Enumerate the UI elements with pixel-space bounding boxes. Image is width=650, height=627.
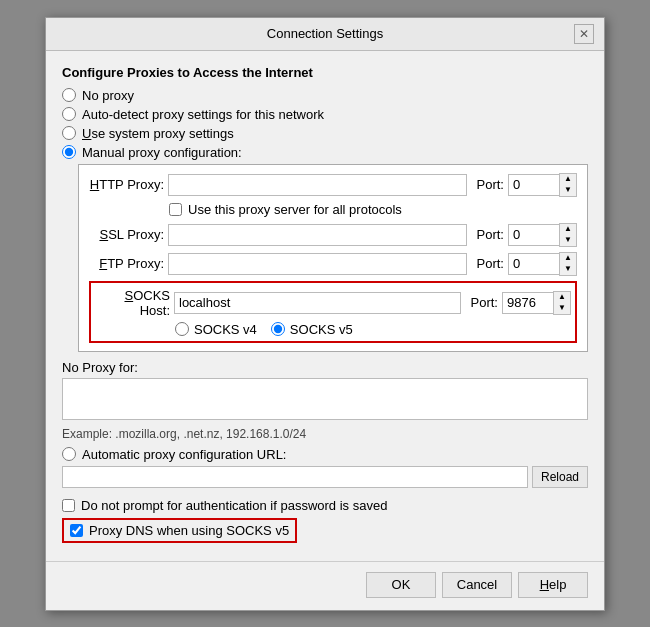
socks-port-up[interactable]: ▲ xyxy=(554,292,570,303)
ftp-port-down[interactable]: ▼ xyxy=(560,264,576,275)
http-proxy-input[interactable] xyxy=(168,174,467,196)
http-port-spin-btns: ▲ ▼ xyxy=(559,173,577,197)
socks-port-spin-btns: ▲ ▼ xyxy=(553,291,571,315)
dialog-content: Configure Proxies to Access the Internet… xyxy=(46,51,604,553)
socks5-label[interactable]: SOCKS v5 xyxy=(290,322,353,337)
dialog-title: Connection Settings xyxy=(76,26,574,41)
auto-proxy-url-input[interactable] xyxy=(62,466,528,488)
ok-button[interactable]: OK xyxy=(366,572,436,598)
close-button[interactable]: ✕ xyxy=(574,24,594,44)
auto-detect-label[interactable]: Auto-detect proxy settings for this netw… xyxy=(82,107,324,122)
ftp-proxy-input[interactable] xyxy=(168,253,467,275)
no-auth-row: Do not prompt for authentication if pass… xyxy=(62,498,588,513)
ssl-proxy-label: SSL Proxy: xyxy=(89,227,164,242)
socks-port-label: Port: xyxy=(471,295,498,310)
no-proxy-textarea[interactable] xyxy=(62,378,588,420)
use-all-protocols-label[interactable]: Use this proxy server for all protocols xyxy=(188,202,402,217)
system-proxy-radio[interactable] xyxy=(62,126,76,140)
ssl-port-up[interactable]: ▲ xyxy=(560,224,576,235)
socks5-radio[interactable] xyxy=(271,322,285,336)
ftp-port-label: Port: xyxy=(477,256,504,271)
manual-proxy-label[interactable]: Manual proxy configuration: xyxy=(82,145,242,160)
section-title: Configure Proxies to Access the Internet xyxy=(62,65,588,80)
socks-port-spinner: 9876 ▲ ▼ xyxy=(502,291,571,315)
ftp-proxy-row: FTP Proxy: Port: 0 ▲ ▼ xyxy=(89,252,577,276)
socks-port-input[interactable]: 9876 xyxy=(502,292,554,314)
auto-proxy-radio[interactable] xyxy=(62,447,76,461)
no-auth-checkbox[interactable] xyxy=(62,499,75,512)
manual-proxy-radio[interactable] xyxy=(62,145,76,159)
manual-proxy-row: Manual proxy configuration: xyxy=(62,145,588,160)
proxy-dns-checkbox[interactable] xyxy=(70,524,83,537)
cancel-button[interactable]: Cancel xyxy=(442,572,512,598)
title-bar: Connection Settings ✕ xyxy=(46,18,604,51)
example-text: Example: .mozilla.org, .net.nz, 192.168.… xyxy=(62,427,588,441)
socks-host-section: SOCKS Host: Port: 9876 ▲ ▼ SOCKS v4 xyxy=(89,281,577,343)
button-row: OK Cancel Help xyxy=(46,561,604,610)
no-proxy-for-label: No Proxy for: xyxy=(62,360,588,375)
proxy-dns-label[interactable]: Proxy DNS when using SOCKS v5 xyxy=(89,523,289,538)
ftp-proxy-label: FTP Proxy: xyxy=(89,256,164,271)
ftp-port-input[interactable]: 0 xyxy=(508,253,560,275)
no-proxy-section: No Proxy for: xyxy=(62,360,588,423)
use-all-protocols-row: Use this proxy server for all protocols xyxy=(169,202,577,217)
http-port-label: Port: xyxy=(477,177,504,192)
http-proxy-label: HTTP Proxy: xyxy=(89,177,164,192)
connection-settings-dialog: Connection Settings ✕ Configure Proxies … xyxy=(45,17,605,611)
socks4-option: SOCKS v4 xyxy=(175,322,257,337)
proxy-dns-row: Proxy DNS when using SOCKS v5 xyxy=(62,518,297,543)
manual-proxy-section: HTTP Proxy: Port: 0 ▲ ▼ Use this proxy s… xyxy=(78,164,588,352)
auto-detect-row: Auto-detect proxy settings for this netw… xyxy=(62,107,588,122)
socks-port-down[interactable]: ▼ xyxy=(554,303,570,314)
system-proxy-label[interactable]: Use system proxy settings xyxy=(82,126,234,141)
ftp-port-spinner: 0 ▲ ▼ xyxy=(508,252,577,276)
no-proxy-row: No proxy xyxy=(62,88,588,103)
http-port-down[interactable]: ▼ xyxy=(560,185,576,196)
ssl-port-spinner: 0 ▲ ▼ xyxy=(508,223,577,247)
ssl-proxy-row: SSL Proxy: Port: 0 ▲ ▼ xyxy=(89,223,577,247)
no-proxy-label[interactable]: No proxy xyxy=(82,88,134,103)
ftp-port-spin-btns: ▲ ▼ xyxy=(559,252,577,276)
no-proxy-radio[interactable] xyxy=(62,88,76,102)
use-all-protocols-checkbox[interactable] xyxy=(169,203,182,216)
socks-version-row: SOCKS v4 SOCKS v5 xyxy=(175,322,571,337)
socks-host-row: SOCKS Host: Port: 9876 ▲ ▼ xyxy=(95,288,571,318)
auto-proxy-input-row: Reload xyxy=(62,466,588,488)
http-proxy-row: HTTP Proxy: Port: 0 ▲ ▼ xyxy=(89,173,577,197)
http-port-input[interactable]: 0 xyxy=(508,174,560,196)
socks5-option: SOCKS v5 xyxy=(271,322,353,337)
no-auth-label[interactable]: Do not prompt for authentication if pass… xyxy=(81,498,387,513)
http-port-up[interactable]: ▲ xyxy=(560,174,576,185)
ssl-port-down[interactable]: ▼ xyxy=(560,235,576,246)
help-button[interactable]: Help xyxy=(518,572,588,598)
reload-button[interactable]: Reload xyxy=(532,466,588,488)
ssl-port-spin-btns: ▲ ▼ xyxy=(559,223,577,247)
bottom-checkboxes: Do not prompt for authentication if pass… xyxy=(62,498,588,543)
ssl-proxy-input[interactable] xyxy=(168,224,467,246)
socks-host-label: SOCKS Host: xyxy=(95,288,170,318)
ssl-port-input[interactable]: 0 xyxy=(508,224,560,246)
ftp-port-up[interactable]: ▲ xyxy=(560,253,576,264)
ssl-port-label: Port: xyxy=(477,227,504,242)
socks4-label[interactable]: SOCKS v4 xyxy=(194,322,257,337)
http-port-spinner: 0 ▲ ▼ xyxy=(508,173,577,197)
system-proxy-row: Use system proxy settings xyxy=(62,126,588,141)
auto-detect-radio[interactable] xyxy=(62,107,76,121)
socks4-radio[interactable] xyxy=(175,322,189,336)
socks-host-input[interactable] xyxy=(174,292,461,314)
auto-proxy-label[interactable]: Automatic proxy configuration URL: xyxy=(82,447,286,462)
auto-proxy-config-row: Automatic proxy configuration URL: xyxy=(62,447,588,462)
